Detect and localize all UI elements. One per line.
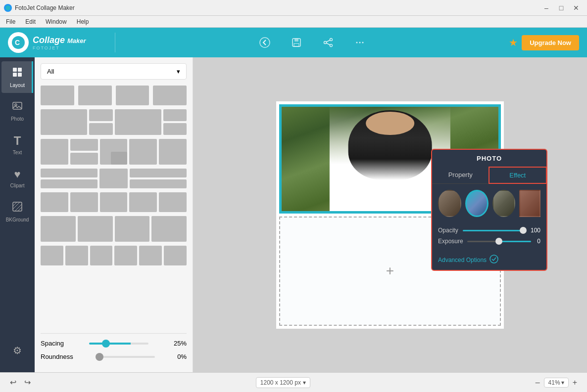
tab-property[interactable]: Property <box>432 167 489 183</box>
layout-thumb[interactable] <box>163 123 187 135</box>
undo-button[interactable]: ↩ <box>8 376 18 389</box>
menu-file[interactable]: File <box>2 17 19 26</box>
sidebar-item-clipart[interactable]: ♥ Clipart <box>1 162 33 194</box>
sidebar-item-text[interactable]: T Text <box>1 129 33 160</box>
layout-thumb[interactable] <box>89 109 112 121</box>
menu-window[interactable]: Window <box>42 17 71 26</box>
layout-col <box>163 109 187 135</box>
layout-thumb[interactable] <box>41 246 63 265</box>
layout-thumb[interactable] <box>116 86 149 105</box>
layout-row-6 <box>41 216 187 242</box>
zoom-value-display[interactable]: 41% ▾ <box>544 378 569 388</box>
sidebar-item-photo[interactable]: Photo <box>1 95 33 127</box>
minimize-button[interactable]: – <box>539 1 553 15</box>
svg-rect-5 <box>294 39 298 42</box>
advanced-options-link[interactable]: Advanced Options <box>438 257 487 263</box>
layout-thumb[interactable] <box>115 216 150 242</box>
layout-thumb[interactable] <box>99 169 128 188</box>
layout-thumb[interactable] <box>65 246 88 265</box>
size-dropdown-icon: ▾ <box>303 379 306 386</box>
effect-thumb-4[interactable] <box>519 190 540 217</box>
size-selector[interactable]: 1200 x 1200 px ▾ <box>256 377 310 388</box>
layout-thumb[interactable] <box>100 192 128 212</box>
layout-thumb[interactable] <box>90 246 113 265</box>
menu-edit[interactable]: Edit <box>21 17 40 26</box>
layout-row-5 <box>41 192 187 212</box>
layout-thumb[interactable] <box>153 86 187 105</box>
close-button[interactable]: ✕ <box>569 1 583 15</box>
toolbar: C Collage Maker FOTOJET ★ <box>0 28 587 57</box>
title-bar: FotoJet Collage Maker – □ ✕ <box>0 0 587 16</box>
layout-thumb[interactable] <box>78 86 112 105</box>
roundness-slider[interactable] <box>96 356 155 358</box>
spacing-slider[interactable] <box>89 343 148 345</box>
layout-thumb[interactable] <box>70 139 98 151</box>
menu-help[interactable]: Help <box>73 17 93 26</box>
layout-thumb[interactable] <box>163 109 187 121</box>
layout-thumb[interactable] <box>70 153 98 165</box>
sidebar-item-settings[interactable]: ⚙ <box>1 335 33 366</box>
layout-thumb[interactable] <box>151 216 187 242</box>
photo-panel: PHOTO Property Effect Opacity <box>431 149 547 271</box>
spacing-control: Spacing 25% <box>41 340 187 347</box>
logo-area: C Collage Maker FOTOJET <box>8 32 107 53</box>
maximize-button[interactable]: □ <box>554 1 568 15</box>
sidebar-item-layout[interactable]: Layout <box>1 61 33 93</box>
layout-thumb[interactable] <box>130 179 187 188</box>
roundness-label: Roundness <box>41 353 73 360</box>
exposure-slider[interactable] <box>467 241 531 242</box>
photo-icon <box>12 100 23 114</box>
left-panel: All ▾ <box>35 57 193 372</box>
photo-label: Photo <box>11 116 24 122</box>
save-button[interactable] <box>287 33 306 52</box>
canvas-area: + PHOTO Property Effect <box>193 57 587 372</box>
window-controls: – □ ✕ <box>539 1 583 15</box>
layout-thumb[interactable] <box>164 246 187 265</box>
redo-button[interactable]: ↪ <box>22 376 33 389</box>
svg-point-7 <box>330 39 332 41</box>
layout-thumb[interactable] <box>41 109 87 135</box>
layout-thumb[interactable] <box>89 123 112 135</box>
layout-thumb[interactable] <box>78 216 113 242</box>
effect-thumb-selected[interactable] <box>465 190 489 217</box>
more-button[interactable] <box>350 33 370 52</box>
opacity-slider[interactable] <box>463 230 527 231</box>
exposure-label: Exposure <box>438 238 463 245</box>
zoom-plus-button[interactable]: + <box>571 376 579 389</box>
tab-effect[interactable]: Effect <box>489 167 547 184</box>
upgrade-button[interactable]: Upgrade Now <box>522 35 579 50</box>
sidebar-item-bkground[interactable]: BKGround <box>1 196 33 227</box>
layout-thumb[interactable] <box>41 169 98 177</box>
zoom-minus-button[interactable]: – <box>534 376 542 389</box>
layout-row-2 <box>41 109 187 135</box>
layout-dropdown[interactable]: All ▾ <box>41 63 187 80</box>
layout-thumb[interactable] <box>115 109 161 135</box>
layout-label: Layout <box>10 83 25 88</box>
layout-col <box>130 169 187 188</box>
svg-rect-15 <box>13 68 17 72</box>
layout-col <box>41 169 98 188</box>
layout-thumb[interactable] <box>100 139 128 165</box>
zoom-control: – 41% ▾ + <box>534 376 579 389</box>
layout-thumb[interactable] <box>41 216 76 242</box>
bottom-bar: ↩ ↪ 1200 x 1200 px ▾ – 41% ▾ + <box>0 372 587 392</box>
layout-thumb[interactable] <box>41 86 74 105</box>
layout-thumb[interactable] <box>129 139 157 165</box>
layout-thumb[interactable] <box>159 192 187 212</box>
main-content: Layout Photo T Text ♥ Clipart BKGround <box>0 57 587 372</box>
effect-thumb-original[interactable] <box>438 190 461 217</box>
layout-thumb[interactable] <box>114 246 137 265</box>
layout-thumb[interactable] <box>41 139 68 165</box>
effect-thumb-3[interactable] <box>492 190 516 217</box>
layout-thumb[interactable] <box>159 139 187 165</box>
layout-thumb[interactable] <box>130 169 187 177</box>
layout-thumb[interactable] <box>41 179 98 188</box>
layout-thumb[interactable] <box>41 192 68 212</box>
layout-thumb[interactable] <box>70 192 98 212</box>
layout-thumb[interactable] <box>139 246 162 265</box>
layout-thumb[interactable] <box>129 192 157 212</box>
back-button[interactable] <box>255 33 275 52</box>
share-button[interactable] <box>318 33 338 52</box>
layout-row-1 <box>41 86 187 105</box>
toolbar-divider <box>115 33 115 52</box>
